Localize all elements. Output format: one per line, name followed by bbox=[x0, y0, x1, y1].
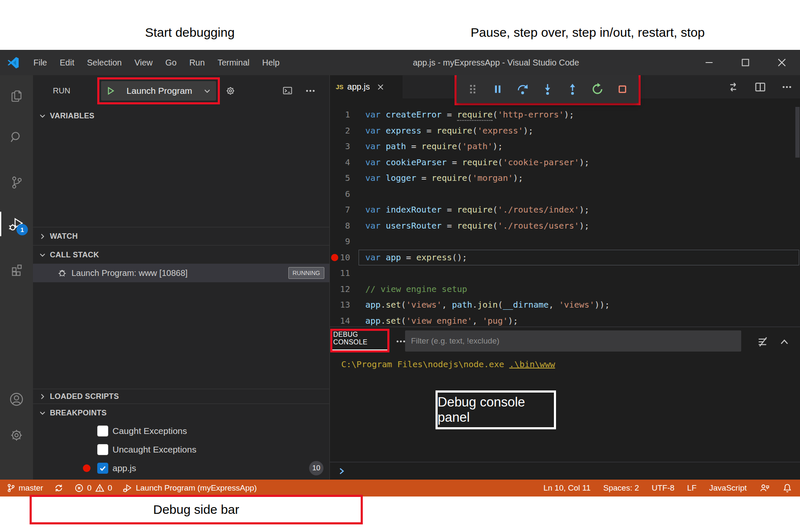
code-line-10[interactable]: 10var app = express(); bbox=[330, 250, 800, 266]
indentation-status[interactable]: Spaces: 2 bbox=[603, 483, 639, 493]
debug-target-status[interactable]: Launch Program (myExpressApp) bbox=[123, 483, 257, 493]
split-editor-icon[interactable] bbox=[754, 81, 766, 93]
breakpoint-gutter[interactable] bbox=[330, 234, 339, 250]
branch-status[interactable]: master bbox=[7, 483, 43, 493]
clear-console-icon[interactable] bbox=[757, 336, 768, 347]
call-stack-item[interactable]: Launch Program: www [10868] RUNNING bbox=[33, 264, 329, 282]
code-line-12[interactable]: 12// view engine setup bbox=[330, 281, 800, 297]
breakpoint-gutter[interactable] bbox=[330, 281, 339, 297]
breakpoint-gutter[interactable] bbox=[330, 218, 339, 234]
step-over-button[interactable] bbox=[515, 82, 530, 97]
breakpoint-gutter[interactable] bbox=[330, 139, 339, 155]
breakpoint-gutter[interactable] bbox=[330, 107, 339, 123]
code-line-1[interactable]: 1var createError = require('http-errors'… bbox=[330, 107, 800, 123]
problems-status[interactable]: 0 0 bbox=[74, 483, 112, 493]
source-control-icon[interactable] bbox=[0, 175, 33, 190]
code-line-6[interactable]: 6 bbox=[330, 186, 800, 202]
menu-go[interactable]: Go bbox=[159, 50, 183, 75]
code-text: var cookieParser = require('cookie-parse… bbox=[365, 155, 589, 171]
breakpoint-gutter[interactable] bbox=[330, 155, 339, 171]
code-line-8[interactable]: 8var usersRouter = require('./routes/use… bbox=[330, 218, 800, 234]
section-loaded-scripts[interactable]: LOADED SCRIPTS bbox=[33, 389, 329, 404]
feedback-icon[interactable] bbox=[759, 483, 770, 493]
code-text: var logger = require('morgan'); bbox=[365, 170, 523, 186]
repl-input-row[interactable] bbox=[330, 462, 800, 480]
uncaught-exceptions-checkbox[interactable] bbox=[97, 444, 108, 455]
menu-view[interactable]: View bbox=[128, 50, 159, 75]
toolbar-grip-handle[interactable] bbox=[465, 82, 480, 97]
menu-file[interactable]: File bbox=[27, 50, 53, 75]
explorer-icon[interactable] bbox=[0, 89, 33, 104]
configure-gear-icon[interactable] bbox=[225, 86, 236, 96]
menu-run[interactable]: Run bbox=[183, 50, 211, 75]
open-changes-icon[interactable] bbox=[727, 81, 739, 93]
code-line-4[interactable]: 4var cookieParser = require('cookie-pars… bbox=[330, 155, 800, 171]
settings-gear-icon[interactable] bbox=[0, 428, 33, 442]
notifications-bell-icon[interactable] bbox=[782, 483, 792, 493]
sync-status[interactable] bbox=[54, 483, 63, 493]
restart-button[interactable] bbox=[590, 82, 605, 97]
chevron-right-icon bbox=[39, 233, 46, 240]
more-actions-icon[interactable] bbox=[305, 86, 315, 96]
breakpoint-gutter[interactable] bbox=[330, 123, 339, 139]
section-variables[interactable]: VARIABLES bbox=[33, 108, 329, 124]
code-line-11[interactable]: 11 bbox=[330, 265, 800, 281]
panel-chevron-up-icon[interactable] bbox=[779, 337, 789, 346]
editor-scrollbar[interactable] bbox=[795, 107, 800, 158]
console-filter-input[interactable] bbox=[405, 330, 741, 352]
breakpoint-gutter[interactable] bbox=[330, 297, 339, 313]
step-out-button[interactable] bbox=[565, 82, 580, 97]
code-editor[interactable]: 1var createError = require('http-errors'… bbox=[330, 98, 800, 325]
code-line-3[interactable]: 3var path = require('path'); bbox=[330, 139, 800, 155]
breakpoint-label: Uncaught Exceptions bbox=[112, 445, 196, 455]
breakpoint-gutter[interactable] bbox=[330, 313, 339, 326]
section-breakpoints[interactable]: BREAKPOINTS bbox=[33, 404, 329, 422]
code-line-2[interactable]: 2var express = require('express'); bbox=[330, 123, 800, 139]
start-debugging-icon bbox=[106, 86, 115, 95]
code-line-14[interactable]: 14app.set('view engine', 'pug'); bbox=[330, 313, 800, 326]
console-output-link[interactable]: .\bin\www bbox=[509, 359, 555, 369]
account-icon[interactable] bbox=[0, 392, 33, 407]
vscode-logo-icon bbox=[7, 56, 19, 69]
caught-exceptions-checkbox[interactable] bbox=[97, 426, 108, 437]
code-line-13[interactable]: 13app.set('views', path.join(__dirname, … bbox=[330, 297, 800, 313]
appjs-breakpoint-checkbox[interactable] bbox=[97, 463, 108, 474]
maximize-button[interactable] bbox=[727, 50, 764, 75]
section-watch[interactable]: WATCH bbox=[33, 227, 329, 246]
code-line-7[interactable]: 7var indexRouter = require('./routes/ind… bbox=[330, 202, 800, 218]
tab-close-icon[interactable] bbox=[377, 83, 384, 91]
code-text: var path = require('path'); bbox=[365, 139, 503, 155]
encoding-status[interactable]: UTF-8 bbox=[652, 483, 674, 493]
tab-debug-console[interactable]: DEBUG CONSOLE bbox=[332, 331, 387, 350]
language-status[interactable]: JavaScript bbox=[709, 483, 747, 493]
menu-help[interactable]: Help bbox=[256, 50, 286, 75]
section-call-stack[interactable]: CALL STACK bbox=[33, 246, 329, 264]
stop-button[interactable] bbox=[615, 82, 630, 97]
step-into-button[interactable] bbox=[540, 82, 555, 97]
cursor-position-status[interactable]: Ln 10, Col 11 bbox=[543, 483, 591, 493]
breakpoint-gutter[interactable] bbox=[330, 265, 339, 281]
code-line-5[interactable]: 5var logger = require('morgan'); bbox=[330, 170, 800, 186]
breakpoint-gutter[interactable] bbox=[330, 186, 339, 202]
breakpoint-row-caught[interactable]: Caught Exceptions bbox=[33, 422, 329, 440]
menu-terminal[interactable]: Terminal bbox=[211, 50, 256, 75]
breakpoint-row-uncaught[interactable]: Uncaught Exceptions bbox=[33, 440, 329, 459]
breakpoint-row-appjs[interactable]: app.js 10 bbox=[33, 459, 329, 477]
breakpoint-gutter[interactable] bbox=[330, 170, 339, 186]
minimize-button[interactable] bbox=[691, 50, 727, 75]
more-actions-icon[interactable] bbox=[781, 82, 792, 92]
search-icon[interactable] bbox=[0, 130, 33, 145]
launch-config-dropdown[interactable]: Launch Program bbox=[101, 81, 216, 101]
pause-button[interactable] bbox=[490, 82, 505, 97]
code-line-9[interactable]: 9 bbox=[330, 234, 800, 250]
run-and-debug-icon[interactable]: 1 bbox=[0, 217, 33, 231]
close-button[interactable] bbox=[764, 50, 800, 75]
open-debug-console-icon[interactable] bbox=[282, 86, 293, 96]
breakpoint-dot[interactable] bbox=[330, 250, 339, 266]
tab-appjs[interactable]: JS app.js bbox=[330, 75, 403, 98]
extensions-icon[interactable] bbox=[0, 262, 33, 277]
menu-selection[interactable]: Selection bbox=[81, 50, 128, 75]
menu-edit[interactable]: Edit bbox=[53, 50, 80, 75]
eol-status[interactable]: LF bbox=[687, 483, 696, 493]
breakpoint-gutter[interactable] bbox=[330, 202, 339, 218]
